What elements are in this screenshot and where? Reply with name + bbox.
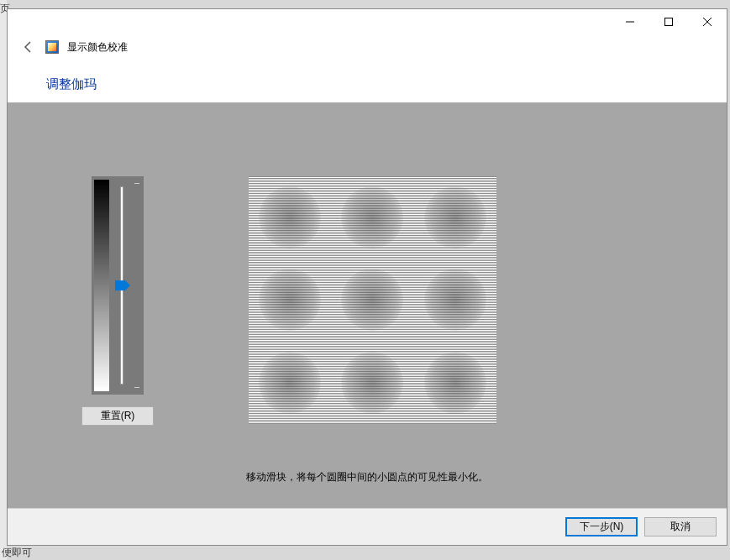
gamma-dot [259,269,321,331]
back-button[interactable] [20,39,37,55]
cancel-button[interactable]: 取消 [644,517,717,536]
gamma-cell [249,342,331,424]
gamma-slider-box [92,176,144,395]
header-row: 显示颜色校准 [8,34,727,60]
page-heading: 调整伽玛 [46,76,727,92]
gamma-cell [414,259,496,341]
instruction-text: 移动滑块，将每个圆圈中间的小圆点的可见性最小化。 [8,470,727,484]
gamma-preview [249,176,496,424]
content-area: 重置(R) 移动滑块，将每个圆圈中间的小圆点的可见性最小化。 [8,102,727,508]
slider-thumb[interactable] [115,280,130,290]
gamma-cell [331,176,413,259]
gamma-dot [341,269,403,331]
svg-rect-1 [665,18,673,26]
minimize-button[interactable] [611,9,649,34]
gamma-slider[interactable] [112,180,141,391]
gamma-dot [424,352,486,414]
reset-button[interactable]: 重置(R) [81,406,154,426]
calibration-window: 显示颜色校准 调整伽玛 重置(R) [7,8,727,546]
gamma-dot [259,352,321,414]
gamma-cell [331,259,413,341]
gamma-dot [259,186,321,249]
maximize-button[interactable] [649,9,688,34]
slider-tick-bottom [134,387,139,388]
gamma-cell [414,342,496,424]
gamma-dot [341,352,403,414]
gamma-dot [341,186,403,249]
gamma-dot [424,186,486,249]
titlebar [8,9,727,34]
gamma-dot [424,269,486,331]
close-button[interactable] [688,9,727,34]
gamma-cell [414,176,496,259]
app-icon [45,40,59,54]
gradient-strip [94,180,109,391]
slider-tick-top [134,183,139,184]
gamma-cell [331,342,413,424]
background-text-bottom: 便即可 [2,546,32,560]
gamma-cell [249,176,331,259]
window-title: 显示颜色校准 [67,40,128,55]
next-button[interactable]: 下一步(N) [565,517,638,536]
gamma-cell [249,259,331,341]
footer: 下一步(N) 取消 [8,508,727,545]
